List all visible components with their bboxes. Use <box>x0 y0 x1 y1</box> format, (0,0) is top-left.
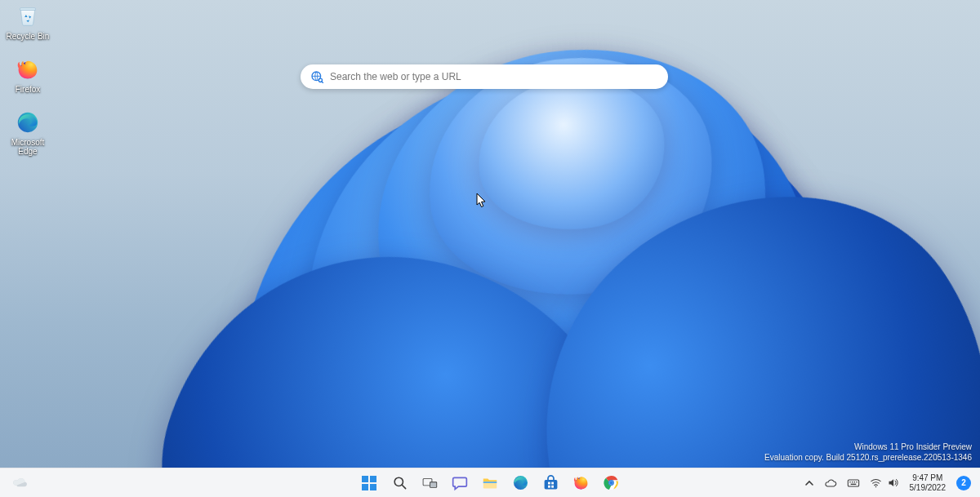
weather-icon <box>11 474 29 492</box>
svg-rect-18 <box>544 480 557 489</box>
build-watermark: Windows 11 Pro Insider Preview Evaluatio… <box>764 442 972 463</box>
svg-rect-30 <box>852 481 853 482</box>
svg-point-34 <box>875 486 876 488</box>
svg-line-4 <box>322 82 323 83</box>
svg-rect-5 <box>362 476 368 482</box>
desktop-icon-label: Firefox <box>16 85 41 94</box>
chrome-button[interactable] <box>597 471 625 495</box>
desktop-icon-label: Microsoft Edge <box>4 138 51 156</box>
edge-icon <box>14 109 42 136</box>
svg-rect-6 <box>370 476 376 482</box>
file-explorer-button[interactable] <box>476 471 504 495</box>
taskbar-edge-button[interactable] <box>506 471 534 495</box>
volume-icon <box>887 477 899 489</box>
svg-rect-21 <box>548 486 550 488</box>
svg-rect-22 <box>551 486 554 488</box>
web-search-icon <box>310 70 323 83</box>
svg-rect-28 <box>848 480 858 486</box>
desktop-search-input[interactable] <box>330 71 658 82</box>
tray-clock[interactable]: 9:47 PM 5/19/2022 <box>905 471 951 495</box>
firefox-icon <box>572 474 590 491</box>
svg-rect-33 <box>850 483 856 484</box>
svg-rect-32 <box>856 481 857 482</box>
notification-count-badge: 2 <box>956 476 971 490</box>
cloud-icon <box>824 477 837 490</box>
tray-time: 9:47 PM <box>912 473 942 483</box>
chat-icon <box>452 475 468 491</box>
tray-notifications[interactable]: 2 <box>952 471 975 495</box>
start-button[interactable] <box>355 471 383 495</box>
tray-language[interactable] <box>843 471 864 495</box>
desktop-icon-edge[interactable]: Microsoft Edge <box>4 109 51 156</box>
chrome-icon <box>603 474 620 491</box>
svg-rect-14 <box>430 482 437 487</box>
desktop-search-bar[interactable] <box>301 64 668 89</box>
tray-date: 5/19/2022 <box>910 483 947 493</box>
tray-overflow-button[interactable] <box>800 471 818 495</box>
tray-network-volume[interactable] <box>866 471 903 495</box>
svg-rect-31 <box>853 481 854 482</box>
windows-logo-icon <box>361 475 377 491</box>
recycle-bin-icon <box>14 2 42 30</box>
taskbar-search-button[interactable] <box>385 471 413 495</box>
firefox-icon <box>14 55 42 83</box>
svg-point-27 <box>609 481 613 485</box>
edge-icon <box>512 474 529 491</box>
task-view-icon <box>421 475 438 491</box>
chat-button[interactable] <box>446 471 474 495</box>
taskbar-firefox-button[interactable] <box>567 471 595 495</box>
chevron-up-icon <box>804 478 814 488</box>
desktop-icon-recycle-bin[interactable]: Recycle Bin <box>4 2 51 41</box>
svg-rect-7 <box>362 484 368 490</box>
desktop-icons: Recycle Bin Firefox <box>4 2 51 156</box>
desktop-icon-firefox[interactable]: Firefox <box>4 55 51 94</box>
store-button[interactable] <box>537 471 564 495</box>
file-explorer-icon <box>481 474 499 492</box>
desktop-icon-label: Recycle Bin <box>7 32 50 41</box>
task-view-button[interactable] <box>416 471 443 495</box>
widgets-button[interactable] <box>7 471 34 495</box>
svg-rect-19 <box>548 482 550 485</box>
keyboard-icon <box>847 477 860 490</box>
svg-line-10 <box>402 485 405 488</box>
watermark-line-1: Windows 11 Pro Insider Preview <box>764 442 972 452</box>
tray-onedrive[interactable] <box>820 471 841 495</box>
svg-rect-8 <box>370 484 376 490</box>
watermark-line-2: Evaluation copy. Build 25120.rs_prerelea… <box>764 452 972 463</box>
svg-rect-29 <box>849 481 850 482</box>
wifi-icon <box>870 477 882 489</box>
taskbar: 9:47 PM 5/19/2022 2 <box>0 468 980 497</box>
svg-rect-20 <box>551 482 554 485</box>
search-icon <box>392 475 408 490</box>
svg-rect-16 <box>483 481 497 483</box>
store-icon <box>542 474 559 491</box>
